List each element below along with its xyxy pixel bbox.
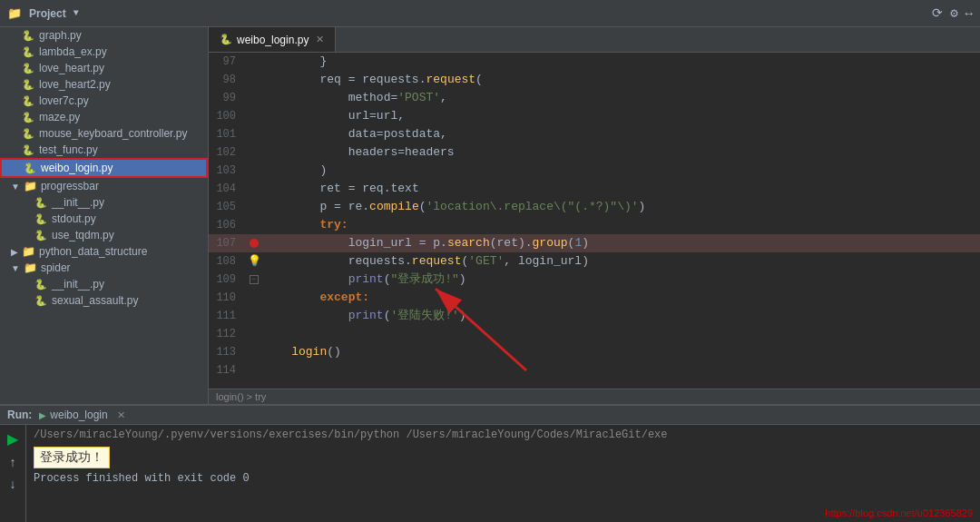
py-file-icon: 🐍 [34, 230, 47, 241]
run-play-button[interactable]: ▶ [5, 428, 20, 449]
run-header: Run: ▶ weibo_login ✕ [0, 406, 980, 425]
bulb-icon: 💡 [248, 252, 261, 271]
main-area: 🐍 graph.py 🐍 lambda_ex.py 🐍 love_heart.p… [0, 27, 980, 404]
sidebar-item-love-heart[interactable]: 🐍 love_heart.py [0, 60, 208, 76]
code-line-104: 104 ret = req.text [209, 180, 980, 198]
py-file-icon: 🐍 [24, 163, 36, 174]
folder-icon: 📁 [22, 245, 35, 258]
project-icon: 📁 [7, 6, 22, 21]
folder-icon: 📁 [24, 261, 37, 274]
run-content: ▶ ↑ ↓ /Users/miracleYoung/.pyenv/version… [0, 425, 980, 522]
sidebar-item-spider-init[interactable]: 🐍 __init__.py [0, 276, 208, 292]
run-tab[interactable]: ▶ weibo_login ✕ [39, 409, 124, 421]
py-file-icon: 🐍 [22, 112, 34, 123]
code-line-101: 101 data=postdata, [209, 125, 980, 143]
sidebar-folder-python-data[interactable]: ▶ 📁 python_data_structure [0, 243, 208, 260]
py-file-icon: 🐍 [22, 144, 34, 156]
py-file-icon: 🐍 [34, 197, 47, 209]
py-file-icon: 🐍 [22, 46, 34, 58]
code-line-114: 114 [209, 361, 980, 379]
tab-weibo-login[interactable]: 🐍 weibo_login.py ✕ [209, 27, 336, 52]
code-line-98: 98 req = requests.request( [209, 71, 980, 89]
sidebar-item-use-tqdm[interactable]: 🐍 use_tqdm.py [0, 227, 208, 243]
code-line-99: 99 method='POST', [209, 89, 980, 107]
breadcrumb: login() > try [209, 389, 980, 404]
py-file-icon: 🐍 [34, 279, 47, 291]
py-file-icon: 🐍 [22, 95, 34, 107]
run-label: Run: [7, 409, 32, 421]
run-success-container: 登录成功！ [34, 447, 973, 468]
run-up-button[interactable]: ↑ [8, 453, 18, 471]
code-line-108: 108 💡 requests.request('GET', login_url) [209, 252, 980, 271]
folder-expand-icon: ▼ [11, 182, 20, 192]
sidebar-item-test-func[interactable]: 🐍 test_func.py [0, 142, 208, 158]
breadcrumb-text: login() > try [216, 391, 266, 402]
run-path: /Users/miracleYoung/.pyenv/versions/exer… [34, 428, 973, 441]
py-file-icon: 🐍 [34, 213, 47, 225]
code-line-97: 97 } [209, 53, 980, 71]
sidebar-item-graph[interactable]: 🐍 graph.py [0, 27, 208, 44]
toolbar-dropdown-icon[interactable]: ▼ [74, 8, 79, 18]
code-line-111: 111 print('登陆失败!') [209, 307, 980, 325]
code-line-113: 113 login() [209, 343, 980, 361]
run-tab-name: weibo_login [50, 409, 107, 421]
py-file-icon: 🐍 [22, 30, 34, 42]
watermark: https://blog.csdn.net/u012365829 [825, 507, 973, 518]
run-down-button[interactable]: ↓ [8, 475, 18, 493]
toolbar-settings-icon[interactable]: ⚙ [950, 5, 957, 21]
code-line-112: 112 [209, 325, 980, 343]
py-file-icon: 🐍 [22, 63, 34, 74]
tab-bar: 🐍 weibo_login.py ✕ [209, 27, 980, 53]
folder-expand-icon: ▼ [11, 263, 20, 273]
run-panel: Run: ▶ weibo_login ✕ ▶ ↑ ↓ /Users/miracl… [0, 404, 980, 522]
code-line-107: 107 login_url = p.search(ret).group(1) [209, 234, 980, 252]
py-file-icon: 🐍 [22, 128, 34, 140]
py-file-icon: 🐍 [22, 79, 34, 91]
code-line-103: 103 ) [209, 162, 980, 180]
sidebar-item-init[interactable]: 🐍 __init__.py [0, 194, 208, 211]
editor-area: 🐍 weibo_login.py ✕ 97 } 98 req = request… [209, 27, 980, 404]
sidebar-folder-spider[interactable]: ▼ 📁 spider [0, 260, 208, 276]
code-line-105: 105 p = re.compile('location\.replace\("… [209, 198, 980, 216]
code-editor[interactable]: 97 } 98 req = requests.request( 99 metho… [209, 53, 980, 389]
sidebar-item-sexual[interactable]: 🐍 sexual_assault.py [0, 292, 208, 309]
sidebar-item-stdout[interactable]: 🐍 stdout.py [0, 211, 208, 227]
code-line-100: 100 url=url, [209, 107, 980, 125]
run-exit-message: Process finished with exit code 0 [34, 472, 973, 485]
toolbar-project-label: Project [29, 7, 66, 20]
sidebar-item-weibo-login[interactable]: 🐍 weibo_login.py [0, 158, 208, 178]
sidebar-item-lover7c[interactable]: 🐍 lover7c.py [0, 93, 208, 109]
sidebar-item-lambda[interactable]: 🐍 lambda_ex.py [0, 44, 208, 60]
sidebar: 🐍 graph.py 🐍 lambda_ex.py 🐍 love_heart.p… [0, 27, 209, 404]
code-line-106: 106 try: [209, 216, 980, 234]
sidebar-item-love-heart2[interactable]: 🐍 love_heart2.py [0, 76, 208, 93]
folder-icon: 📁 [24, 180, 37, 192]
tab-close-button[interactable]: ✕ [316, 34, 324, 45]
sidebar-folder-progressbar[interactable]: ▼ 📁 progressbar [0, 178, 208, 194]
sidebar-item-maze[interactable]: 🐍 maze.py [0, 109, 208, 125]
fold-icon[interactable]: − [250, 275, 259, 284]
sidebar-item-mouse[interactable]: 🐍 mouse_keyboard_controller.py [0, 125, 208, 142]
toolbar: 📁 Project ▼ ⟳ ⚙ ↔ [0, 0, 980, 27]
py-file-icon: 🐍 [34, 295, 47, 307]
tab-label: weibo_login.py [237, 34, 309, 46]
toolbar-arrow-icon[interactable]: ↔ [965, 6, 973, 21]
tab-file-icon: 🐍 [220, 34, 232, 45]
folder-expand-icon: ▶ [11, 247, 18, 257]
run-tab-close[interactable]: ✕ [117, 409, 125, 421]
code-line-109: 109 − print("登录成功!") [209, 271, 980, 289]
run-tab-icon: ▶ [39, 410, 46, 420]
code-line-110: 110 except: [209, 289, 980, 307]
run-controls: ▶ ↑ ↓ [0, 425, 26, 522]
code-line-102: 102 headers=headers [209, 143, 980, 162]
toolbar-sync-icon[interactable]: ⟳ [932, 5, 943, 21]
breakpoint-indicator [250, 239, 259, 248]
run-output: /Users/miracleYoung/.pyenv/versions/exer… [26, 425, 980, 522]
run-success-message: 登录成功！ [34, 447, 110, 468]
